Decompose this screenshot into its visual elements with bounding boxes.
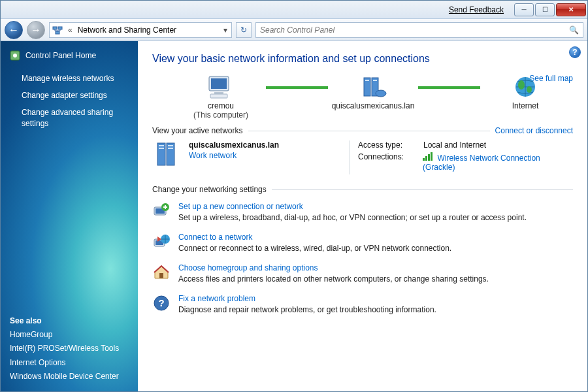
divider — [272, 189, 573, 190]
connect-disconnect-link[interactable]: Connect or disconnect — [495, 126, 573, 135]
svg-rect-22 — [168, 148, 173, 149]
setting-title[interactable]: Choose homegroup and sharing options — [178, 263, 489, 272]
setting-desc: Connect or reconnect to a wireless, wire… — [178, 244, 451, 253]
sidebar: Control Panel Home Manage wireless netwo… — [1, 41, 138, 391]
connections-key: Connections: — [358, 152, 416, 172]
signal-icon — [423, 152, 433, 161]
svg-text:?: ? — [158, 297, 164, 308]
divider — [248, 131, 490, 131]
map-link-1 — [266, 86, 328, 89]
setup-connection-icon — [152, 202, 171, 222]
see-also-wmdc[interactable]: Windows Mobile Device Center — [10, 371, 129, 382]
svg-rect-17 — [157, 143, 165, 165]
setting-connect-network[interactable]: Connect to a network Connect or reconnec… — [152, 233, 573, 253]
globe-icon — [510, 74, 541, 101]
breadcrumb[interactable]: « Network and Sharing Center ▾ — [49, 22, 232, 38]
svg-rect-29 — [159, 273, 163, 278]
svg-point-16 — [527, 86, 532, 93]
window-controls: ─ ☐ ✕ — [513, 3, 586, 16]
server-icon — [152, 140, 181, 169]
network-center-icon — [52, 25, 63, 35]
active-network-row: quiscalusmexicanus.lan Work network Acce… — [152, 140, 573, 174]
svg-rect-18 — [167, 143, 174, 165]
computer-icon — [205, 74, 237, 101]
search-placeholder: Search Control Panel — [260, 25, 335, 35]
active-network-type-link[interactable]: Work network — [189, 151, 237, 160]
refresh-icon: ↻ — [240, 25, 247, 35]
setting-title[interactable]: Fix a network problem — [178, 294, 436, 303]
svg-rect-0 — [53, 27, 57, 29]
page-title: View your basic network information and … — [152, 53, 573, 65]
access-type-value: Local and Internet — [423, 140, 486, 150]
settings-list: Set up a new connection or network Set u… — [152, 202, 573, 314]
navbar: ← → « Network and Sharing Center ▾ ↻ Sea… — [1, 19, 587, 41]
send-feedback-link[interactable]: Send Feedback — [449, 5, 504, 14]
see-also-heading: See also — [10, 316, 129, 325]
minimize-button[interactable]: ─ — [514, 3, 534, 16]
svg-rect-8 — [210, 94, 227, 98]
svg-rect-11 — [365, 80, 369, 81]
connection-link[interactable]: Wireless Network Connection (Grackle) — [423, 154, 540, 172]
network-map: cremou (This computer) quiscalusmexicanu… — [178, 74, 573, 120]
svg-rect-21 — [159, 148, 164, 149]
svg-rect-6 — [211, 78, 227, 89]
sidebar-link-adapter-settings[interactable]: Change adapter settings — [22, 90, 129, 101]
search-icon: 🔍 — [569, 25, 579, 35]
homegroup-icon — [152, 263, 171, 284]
see-also-internet-options[interactable]: Internet Options — [10, 357, 129, 368]
sidebar-link-advanced-sharing[interactable]: Change advanced sharing settings — [22, 107, 129, 128]
chevron-down-icon[interactable]: ▾ — [222, 25, 229, 35]
map-node2-label: quiscalusmexicanus.lan — [332, 101, 415, 110]
access-type-key: Access type: — [358, 140, 417, 150]
see-also-homegroup[interactable]: HomeGroup — [10, 329, 129, 340]
setting-fix-problem[interactable]: ? Fix a network problem Diagnose and rep… — [152, 294, 573, 314]
active-network-name: quiscalusmexicanus.lan — [189, 140, 279, 150]
map-link-2 — [418, 86, 480, 89]
settings-heading: Change your networking settings — [152, 185, 267, 194]
control-panel-home-link[interactable]: Control Panel Home — [10, 50, 129, 61]
setting-setup-connection[interactable]: Set up a new connection or network Set u… — [152, 202, 573, 222]
setting-homegroup[interactable]: Choose homegroup and sharing options Acc… — [152, 263, 573, 284]
arrow-right-icon: → — [31, 24, 41, 36]
see-also-intel-proset[interactable]: Intel(R) PROSet/Wireless Tools — [10, 343, 129, 353]
setting-title[interactable]: Connect to a network — [178, 233, 451, 242]
control-panel-icon — [10, 50, 20, 61]
active-network-identity[interactable]: quiscalusmexicanus.lan Work network — [152, 140, 342, 174]
breadcrumb-text: Network and Sharing Center — [78, 25, 176, 35]
active-networks-heading-row: View your active networks Connect or dis… — [152, 126, 573, 135]
sidebar-bottom: See also HomeGroup Intel(R) PROSet/Wirel… — [10, 316, 129, 385]
setting-desc: Set up a wireless, broadband, dial-up, a… — [178, 213, 527, 222]
setting-desc: Diagnose and repair network problems, or… — [178, 305, 436, 314]
breadcrumb-prefix: « — [67, 25, 74, 35]
close-button[interactable]: ✕ — [556, 3, 586, 16]
gateway-icon — [357, 74, 389, 101]
svg-rect-20 — [168, 145, 173, 146]
svg-rect-2 — [56, 31, 59, 34]
forward-button[interactable]: → — [27, 21, 45, 39]
maximize-button[interactable]: ☐ — [535, 3, 555, 16]
map-node1-label: cremou — [208, 101, 234, 110]
help-icon[interactable]: ? — [569, 46, 581, 58]
sidebar-link-manage-wireless[interactable]: Manage wireless networks — [22, 73, 129, 84]
body: Control Panel Home Manage wireless netwo… — [1, 41, 587, 391]
search-input[interactable]: Search Control Panel 🔍 — [255, 22, 583, 38]
setting-title[interactable]: Set up a new connection or network — [178, 202, 527, 211]
content: ? View your basic network information an… — [138, 41, 587, 391]
map-node-gateway[interactable]: quiscalusmexicanus.lan — [331, 74, 416, 120]
svg-point-15 — [518, 80, 525, 90]
titlebar: Send Feedback ─ ☐ ✕ — [1, 1, 587, 19]
control-panel-home-label: Control Panel Home — [25, 51, 96, 60]
svg-rect-12 — [373, 80, 377, 81]
connect-network-icon — [152, 233, 171, 253]
vertical-divider — [350, 140, 350, 174]
map-node-this-computer[interactable]: cremou (This computer) — [178, 74, 263, 120]
map-node3-label: Internet — [512, 101, 539, 110]
active-networks-heading: View your active networks — [152, 126, 243, 135]
refresh-button[interactable]: ↻ — [236, 22, 252, 38]
map-node1-sub: (This computer) — [193, 110, 248, 120]
svg-point-13 — [376, 90, 386, 97]
map-node-internet[interactable]: Internet — [483, 74, 568, 120]
window-frame: Send Feedback ─ ☐ ✕ ← → « Network and Sh… — [0, 0, 588, 392]
settings-heading-row: Change your networking settings — [152, 185, 573, 194]
back-button[interactable]: ← — [5, 21, 23, 39]
